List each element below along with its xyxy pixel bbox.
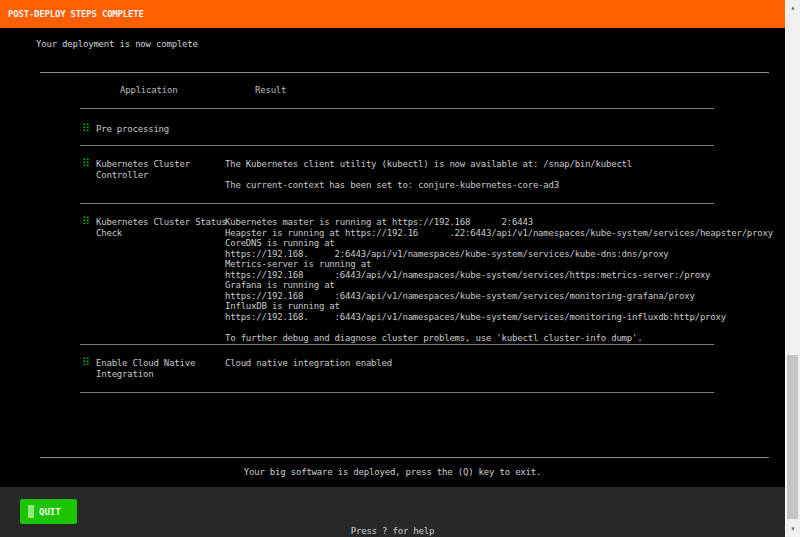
application-name: Pre processing	[96, 124, 228, 135]
app-window: POST-DEPLOY STEPS COMPLETE Your deployme…	[0, 0, 800, 537]
divider-header	[80, 108, 714, 109]
application-name: Kubernetes Cluster Controller	[96, 159, 228, 180]
column-header-result: Result	[255, 85, 286, 95]
divider-row	[80, 344, 714, 345]
divider-row	[80, 203, 714, 204]
quit-button-label: QUIT	[39, 507, 61, 517]
status-complete-icon: ⠿	[82, 158, 90, 169]
main-content: Your deployment is now complete Applicat…	[0, 28, 785, 487]
divider-row	[80, 145, 714, 146]
application-result: Cloud native integration enabled	[225, 358, 781, 369]
application-name: Enable Cloud Native Integration	[96, 358, 228, 379]
status-bar: QUIT Press ? for help	[0, 487, 785, 537]
scroll-down-icon[interactable]: ▾	[786, 521, 800, 537]
application-result: The Kubernetes client utility (kubectl) …	[225, 159, 781, 191]
quit-cursor-icon	[28, 505, 34, 518]
quit-button[interactable]: QUIT	[20, 499, 77, 524]
status-complete-icon: ⠿	[82, 357, 90, 368]
column-header-application: Application	[120, 85, 177, 95]
help-hint-text: Press ? for help	[0, 526, 785, 536]
status-complete-icon: ⠿	[82, 216, 90, 227]
scroll-up-icon[interactable]: ▴	[786, 0, 800, 16]
divider-row	[80, 392, 714, 393]
scrollbar-thumb[interactable]	[787, 355, 798, 519]
title-bar: POST-DEPLOY STEPS COMPLETE	[0, 0, 785, 28]
deployment-complete-text: Your deployment is now complete	[36, 39, 198, 49]
divider-top	[40, 72, 769, 73]
exit-hint-text: Your big software is deployed, press the…	[0, 467, 785, 477]
status-complete-icon: ⠿	[82, 123, 90, 134]
page-title: POST-DEPLOY STEPS COMPLETE	[8, 9, 144, 19]
scrollbar[interactable]: ▴ ▾	[785, 0, 800, 537]
divider-bottom	[40, 457, 769, 458]
application-result: Kubernetes master is running at https://…	[225, 217, 781, 343]
application-name: Kubernetes Cluster Status Check	[96, 217, 228, 238]
